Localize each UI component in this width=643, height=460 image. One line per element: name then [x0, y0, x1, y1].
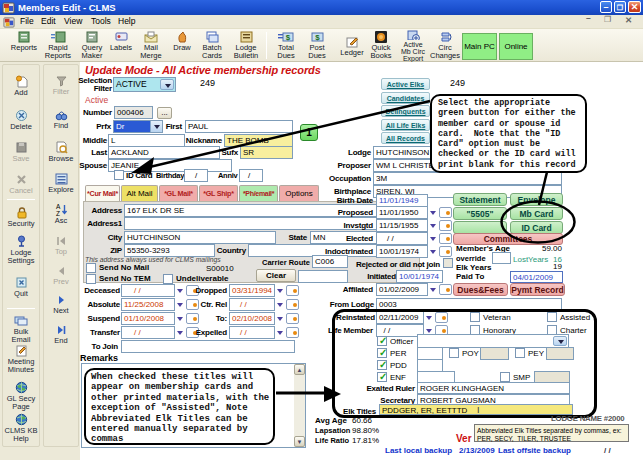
svg-text:$: $: [315, 33, 320, 42]
svg-text:$: $: [286, 33, 291, 42]
svg-text:Z: Z: [56, 210, 60, 217]
